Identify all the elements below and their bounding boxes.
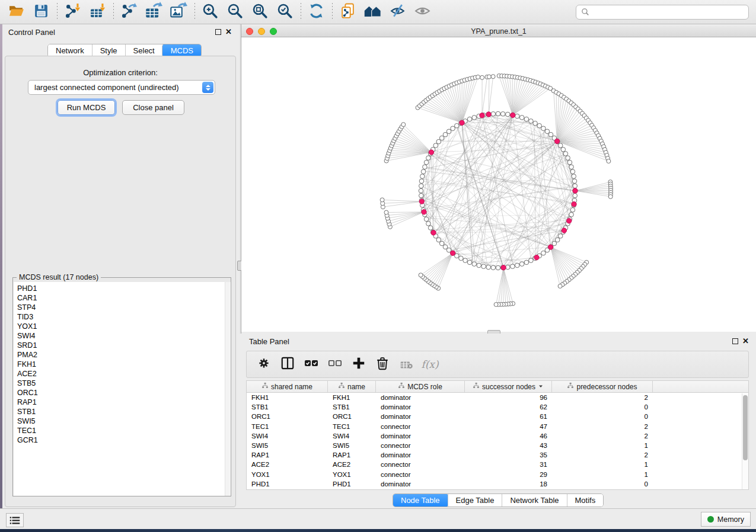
table-scrollbar-thumb[interactable] bbox=[743, 395, 748, 460]
table-row[interactable]: SWI5SWI5connector431 bbox=[247, 441, 748, 450]
tab-select[interactable]: Select bbox=[125, 44, 162, 57]
table-settings-icon bbox=[257, 357, 270, 372]
show-all-networks-button[interactable] bbox=[362, 2, 382, 21]
result-list-item[interactable]: STP4 bbox=[14, 303, 231, 312]
cell-successor-nodes: 31 bbox=[465, 461, 552, 468]
run-mcds-button[interactable]: Run MCDS bbox=[58, 100, 115, 115]
float-table-panel-icon[interactable] bbox=[732, 338, 738, 344]
result-list-item[interactable]: SRD1 bbox=[14, 341, 231, 350]
table-row[interactable]: SWI4SWI4dominator462 bbox=[247, 431, 748, 441]
deselect-all-button[interactable] bbox=[326, 355, 344, 373]
table-row[interactable]: RAP1RAP1dominator352 bbox=[247, 450, 748, 460]
cell-shared-name: RAP1 bbox=[247, 451, 328, 459]
result-list-item[interactable]: TEC1 bbox=[14, 426, 231, 435]
zoom-in-button[interactable] bbox=[200, 2, 220, 21]
result-list-item[interactable]: ACE2 bbox=[14, 369, 231, 379]
zoom-fit-icon bbox=[252, 3, 268, 21]
cell-successor-nodes: 43 bbox=[465, 442, 552, 449]
result-list-scrollbar[interactable] bbox=[225, 282, 230, 496]
result-list-item[interactable]: SWI4 bbox=[14, 331, 231, 341]
column-header-name[interactable]: name bbox=[328, 381, 376, 392]
result-list-item[interactable]: TID3 bbox=[14, 312, 231, 322]
split-panel-button[interactable] bbox=[279, 355, 296, 373]
import-table-button[interactable] bbox=[87, 2, 107, 21]
table-tab-network-table[interactable]: Network Table bbox=[502, 494, 566, 507]
table-tab-node-table[interactable]: Node Table bbox=[393, 493, 448, 507]
cell-shared-name: STB1 bbox=[247, 403, 328, 411]
select-all-button[interactable] bbox=[302, 355, 320, 373]
export-network-button[interactable] bbox=[119, 2, 139, 21]
result-list-item[interactable]: PMA2 bbox=[14, 350, 231, 360]
table-row[interactable]: FKH1FKH1dominator962 bbox=[247, 393, 748, 402]
control-panel-title: Control Panel bbox=[2, 28, 55, 37]
zoom-in-icon bbox=[202, 3, 218, 21]
cell-name: STB1 bbox=[328, 403, 376, 411]
cell-predecessor-nodes: 2 bbox=[552, 432, 653, 440]
network-from-selection-button[interactable] bbox=[337, 2, 358, 21]
result-list-item[interactable]: STB5 bbox=[14, 379, 231, 388]
optimization-dropdown[interactable]: largest connected component (undirected) bbox=[28, 80, 215, 95]
column-header-shared-name[interactable]: shared name bbox=[247, 381, 328, 392]
table-tab-motifs[interactable]: Motifs bbox=[567, 494, 604, 507]
open-file-button[interactable] bbox=[6, 2, 26, 21]
apply-layout-button[interactable] bbox=[306, 2, 326, 21]
column-header-successor-nodes[interactable]: successor nodes bbox=[465, 381, 552, 392]
close-panel-button[interactable]: Close panel bbox=[122, 100, 184, 115]
export-table-icon bbox=[145, 2, 162, 22]
column-header-predecessor-nodes[interactable]: predecessor nodes bbox=[552, 381, 653, 392]
add-column-button[interactable] bbox=[350, 355, 368, 373]
close-table-panel-icon[interactable]: ✕ bbox=[742, 338, 749, 344]
result-list-item[interactable]: FKH1 bbox=[14, 360, 231, 369]
table-tabs: Node TableEdge TableNetwork TableMotifs bbox=[393, 493, 604, 507]
zoom-selected-button[interactable] bbox=[275, 2, 295, 21]
save-session-button[interactable] bbox=[31, 2, 51, 21]
result-list-item[interactable]: PHD1 bbox=[14, 284, 231, 293]
result-list-item[interactable]: ORC1 bbox=[14, 388, 231, 398]
table-row[interactable]: PHD1PHD1dominator180 bbox=[247, 479, 748, 489]
import-network-icon bbox=[65, 3, 81, 21]
import-network-button[interactable] bbox=[62, 2, 82, 21]
table-row[interactable]: ORC1ORC1dominator610 bbox=[247, 412, 748, 421]
search-input[interactable] bbox=[592, 8, 744, 16]
close-panel-icon[interactable]: ✕ bbox=[225, 29, 232, 35]
float-panel-icon[interactable] bbox=[215, 29, 221, 35]
memory-button[interactable]: Memory bbox=[701, 512, 751, 527]
cell-successor-nodes: 18 bbox=[465, 480, 552, 488]
cell-shared-name: ORC1 bbox=[247, 413, 328, 420]
table-scrollbar[interactable] bbox=[742, 393, 748, 490]
cell-shared-name: FKH1 bbox=[247, 394, 328, 401]
show-hidden-button[interactable] bbox=[412, 2, 432, 21]
cell-successor-nodes: 47 bbox=[465, 423, 552, 430]
table-row[interactable]: TEC1TEC1connector472 bbox=[247, 422, 748, 431]
result-list-item[interactable]: CAR1 bbox=[14, 293, 231, 303]
table-row[interactable]: YOX1YOX1connector291 bbox=[247, 470, 748, 479]
column-header-MCDS-role[interactable]: MCDS role bbox=[376, 381, 465, 392]
memory-label: Memory bbox=[717, 515, 744, 524]
cell-predecessor-nodes: 0 bbox=[552, 480, 653, 488]
result-list-item[interactable]: YOX1 bbox=[14, 322, 231, 331]
result-list-item[interactable]: GCR1 bbox=[14, 435, 231, 445]
delete-columns-button[interactable] bbox=[374, 355, 391, 373]
cell-name: SWI4 bbox=[328, 432, 376, 440]
table-row[interactable]: ACE2ACE2connector311 bbox=[247, 460, 748, 469]
task-history-button[interactable] bbox=[6, 513, 24, 527]
zoom-fit-button[interactable] bbox=[250, 2, 270, 21]
tab-style[interactable]: Style bbox=[92, 44, 125, 57]
table-tab-edge-table[interactable]: Edge Table bbox=[448, 494, 502, 507]
export-image-button[interactable] bbox=[168, 2, 189, 21]
export-table-button[interactable] bbox=[143, 2, 164, 21]
zoom-out-button[interactable] bbox=[225, 2, 245, 21]
result-list-item[interactable]: STB1 bbox=[14, 407, 231, 416]
table-settings-button[interactable] bbox=[255, 355, 273, 373]
hide-selected-button[interactable] bbox=[387, 2, 407, 21]
search-box[interactable] bbox=[576, 5, 749, 20]
dropdown-stepper-icon bbox=[202, 82, 213, 93]
tab-network[interactable]: Network bbox=[48, 44, 92, 57]
cell-MCDS-role: dominator bbox=[376, 403, 465, 411]
network-canvas[interactable] bbox=[241, 37, 756, 332]
result-list-item[interactable]: RAP1 bbox=[14, 398, 231, 407]
table-row[interactable]: STB1STB1dominator620 bbox=[247, 402, 748, 412]
cell-predecessor-nodes: 2 bbox=[552, 423, 653, 430]
network-from-selection-icon bbox=[340, 3, 356, 21]
result-list-item[interactable]: SWI5 bbox=[14, 416, 231, 426]
